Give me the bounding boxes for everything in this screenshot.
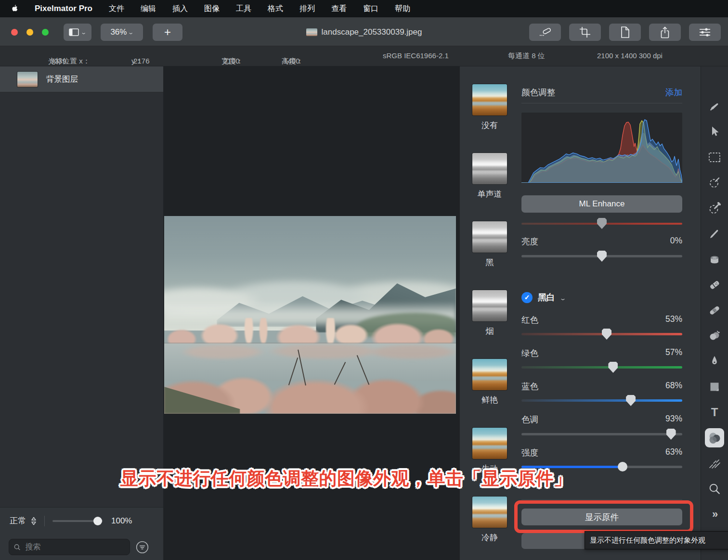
repair-tool-icon[interactable] — [708, 304, 721, 317]
sidebar-toggle-button[interactable]: ⌄ — [64, 24, 91, 41]
crop-tool-button[interactable] — [569, 24, 601, 41]
search-field[interactable] — [9, 539, 130, 555]
search-input[interactable] — [25, 542, 125, 552]
preset-none[interactable]: 没有 — [468, 84, 511, 131]
photo-reflection — [164, 344, 456, 359]
cursor-y: y： 2176 — [131, 51, 133, 60]
preset-mono[interactable]: 单声道 — [468, 153, 511, 200]
menu-item-view[interactable]: 查看 — [331, 4, 347, 14]
slider-thumb[interactable] — [618, 462, 627, 471]
menu-item-window[interactable]: 窗口 — [363, 4, 378, 14]
black-white-label[interactable]: 黑白 — [538, 292, 555, 303]
menu-item-help[interactable]: 帮助 — [395, 4, 410, 14]
blue-channel-label: 蓝色 — [521, 381, 538, 392]
slider-thumb[interactable] — [602, 329, 611, 340]
menu-item-edit[interactable]: 编辑 — [141, 4, 156, 14]
type-tool-icon[interactable]: T — [708, 406, 721, 419]
color-sampler-tool-icon[interactable] — [708, 202, 721, 215]
style-tool-icon[interactable] — [708, 100, 721, 113]
fullscreen-window-button[interactable] — [42, 29, 49, 36]
menu-item-file[interactable]: 文件 — [109, 4, 124, 14]
ml-enhance-slider[interactable] — [521, 223, 682, 225]
close-window-button[interactable] — [11, 29, 18, 36]
preset-label: 没有 — [468, 120, 511, 131]
canvas-image[interactable] — [164, 216, 456, 414]
preset-thumbnail — [472, 496, 507, 528]
preset-calm[interactable]: 冷静 — [468, 496, 511, 543]
plus-icon: + — [164, 25, 171, 39]
slider-thumb[interactable] — [666, 429, 676, 440]
apple-menu-icon[interactable] — [11, 4, 18, 13]
blend-controls: 正常 100% — [0, 507, 163, 534]
blend-mode-value[interactable]: 正常 — [10, 515, 26, 526]
black-white-checkbox[interactable]: ✓ — [521, 292, 533, 303]
preset-label: 黑 — [468, 257, 511, 268]
effects-tool-icon[interactable] — [708, 457, 721, 470]
histogram-blue — [521, 120, 682, 183]
share-button[interactable] — [649, 24, 681, 41]
color-profile: sRGB IEC61966-2.1 — [383, 51, 449, 60]
erase-tool-icon[interactable] — [708, 279, 721, 291]
preset-thumbnail — [472, 221, 507, 253]
share-icon — [659, 26, 671, 38]
app-menu-title[interactable]: Pixelmator Pro — [35, 4, 92, 13]
menu-item-format[interactable]: 格式 — [268, 4, 283, 14]
brightness-slider[interactable] — [521, 255, 682, 257]
slider-thumb[interactable] — [597, 218, 607, 229]
layer-row-background[interactable]: 背景图层 — [0, 66, 163, 92]
tool-rail: T » — [701, 66, 728, 560]
green-channel-value: 57% — [665, 347, 682, 359]
preset-black[interactable]: 黑 — [468, 221, 511, 268]
add-layer-button[interactable]: + — [153, 24, 182, 41]
blue-channel-slider[interactable] — [521, 399, 682, 402]
move-tool-icon[interactable] — [708, 126, 721, 138]
pen-tool-icon[interactable] — [708, 355, 721, 368]
ml-enhance-button[interactable]: ML Enhance — [521, 195, 682, 213]
shape-tool-icon[interactable] — [708, 381, 721, 393]
menu-item-image[interactable]: 图像 — [204, 4, 220, 14]
chevron-down-icon[interactable]: ⌄ — [559, 295, 566, 302]
menu-item-arrange[interactable]: 排列 — [299, 4, 315, 14]
settings-button[interactable] — [689, 24, 721, 41]
color-adjustments-tool-icon[interactable] — [705, 428, 724, 447]
quick-selection-tool-icon[interactable] — [708, 177, 721, 189]
image-width: 宽度： 2100 — [221, 51, 223, 60]
opacity-slider[interactable] — [52, 520, 103, 522]
slider-thumb[interactable] — [597, 251, 607, 262]
zoom-level-button[interactable]: 36% ⌄ — [101, 24, 143, 41]
red-channel-slider[interactable] — [521, 333, 682, 335]
partial-button[interactable] — [521, 533, 585, 549]
slider-thumb[interactable] — [626, 395, 636, 406]
preset-thumbnail — [472, 428, 507, 459]
menu-item-insert[interactable]: 插入 — [172, 4, 188, 14]
new-document-button[interactable] — [609, 24, 641, 41]
add-adjustment-link[interactable]: 添加 — [665, 87, 682, 98]
preset-thumbnail — [472, 290, 507, 321]
preset-thumbnail — [472, 153, 507, 184]
preset-smoke[interactable]: 烟 — [468, 290, 511, 337]
retouch-tool-button[interactable] — [529, 24, 561, 41]
filter-icon[interactable] — [136, 541, 149, 554]
sliders-icon — [699, 26, 711, 38]
fill-bucket-tool-icon[interactable] — [708, 253, 721, 266]
rectangular-selection-tool-icon[interactable] — [708, 151, 721, 164]
photo-shoreline — [164, 343, 456, 344]
highlight-red-box — [514, 500, 693, 533]
bit-depth: 每通道 8 位 — [508, 51, 545, 61]
clone-tool-icon[interactable] — [708, 330, 721, 342]
green-channel-slider[interactable] — [521, 366, 682, 369]
stepper-icon[interactable] — [31, 516, 37, 526]
tone-slider[interactable] — [521, 433, 682, 435]
pixelmator-pro-window: Pixelmator Pro 文件 编辑 插入 图像 工具 格式 排列 查看 窗… — [0, 0, 728, 560]
zoom-tool-icon[interactable] — [708, 483, 721, 495]
opacity-slider-thumb[interactable] — [93, 517, 102, 525]
menu-item-tools[interactable]: 工具 — [236, 4, 251, 14]
paint-tool-icon[interactable] — [708, 228, 721, 240]
image-dimensions: 2100 x 1400 300 dpi — [597, 51, 663, 60]
document-title: landscape_205330039.jpeg — [322, 27, 422, 37]
slider-thumb[interactable] — [608, 362, 618, 373]
preset-vivid[interactable]: 鲜艳 — [468, 359, 511, 406]
more-tools-icon[interactable]: » — [708, 508, 721, 521]
preset-label: 冷静 — [468, 532, 511, 543]
minimize-window-button[interactable] — [26, 29, 33, 36]
